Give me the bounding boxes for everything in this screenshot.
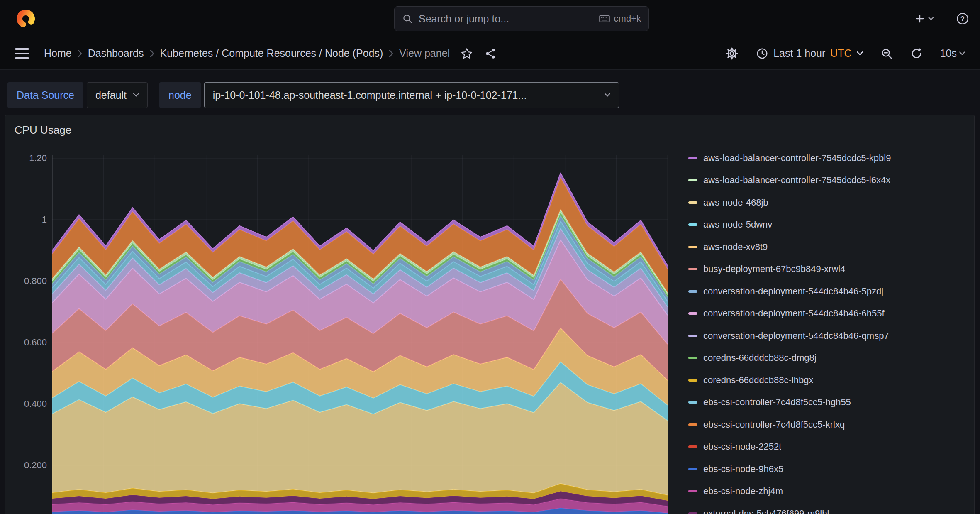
legend-item[interactable]: ebs-csi-node-zhj4m bbox=[688, 480, 971, 503]
cpu-usage-chart[interactable] bbox=[52, 155, 668, 514]
breadcrumb-item-dashboard-title[interactable]: Kubernetes / Compute Resources / Node (P… bbox=[160, 47, 383, 59]
legend-series-swatch bbox=[688, 490, 697, 492]
legend-item[interactable]: aws-node-468jb bbox=[688, 191, 971, 214]
favorite-button[interactable] bbox=[461, 47, 473, 60]
legend-series-label: ebs-csi-controller-7c4d8f5cc5-krlxq bbox=[703, 419, 845, 430]
legend-item[interactable]: conversation-deployment-544dc84b46-qmsp7 bbox=[688, 325, 971, 347]
chevron-right-icon bbox=[78, 50, 82, 57]
chart-legend: aws-load-balancer-controller-7545dcdc5-k… bbox=[688, 147, 971, 514]
share-button[interactable] bbox=[485, 48, 496, 59]
search-icon bbox=[402, 13, 413, 24]
datasource-value: default bbox=[95, 89, 127, 101]
legend-item[interactable]: conversation-deployment-544dc84b46-6h55f bbox=[688, 303, 971, 325]
legend-series-swatch bbox=[688, 312, 697, 315]
legend-series-label: external-dns-5cb476f699-m9lbl bbox=[703, 508, 829, 514]
breadcrumb-item-dashboards[interactable]: Dashboards bbox=[88, 47, 144, 59]
timezone-label: UTC bbox=[830, 47, 851, 59]
y-axis-tick: 1.20 bbox=[5, 153, 47, 164]
refresh-interval-label: 10s bbox=[940, 47, 957, 59]
legend-series-label: aws-node-xv8t9 bbox=[703, 242, 768, 252]
legend-series-swatch bbox=[688, 445, 697, 448]
search-shortcut: cmd+k bbox=[599, 13, 641, 24]
clock-icon bbox=[756, 47, 768, 60]
y-axis-tick: 0.600 bbox=[5, 337, 47, 348]
refresh-interval-dropdown[interactable]: 10s bbox=[940, 47, 965, 59]
refresh-icon bbox=[910, 47, 923, 60]
node-label: node bbox=[159, 82, 201, 108]
variable-controls: Data Source default node ip-10-0-101-48.… bbox=[7, 82, 619, 108]
search-placeholder: Search or jump to... bbox=[419, 13, 509, 25]
legend-series-label: ebs-csi-node-9h6x5 bbox=[703, 464, 783, 475]
legend-series-label: aws-load-balancer-controller-7545dcdc5-k… bbox=[703, 153, 891, 164]
add-button[interactable] bbox=[914, 13, 934, 24]
legend-series-swatch bbox=[688, 157, 697, 159]
legend-series-swatch bbox=[688, 468, 697, 470]
y-axis-tick: 0.800 bbox=[5, 276, 47, 286]
breadcrumb-item-view-panel: View panel bbox=[399, 47, 450, 59]
legend-item[interactable]: aws-node-xv8t9 bbox=[688, 236, 971, 258]
help-button[interactable]: ? bbox=[956, 12, 969, 25]
star-icon bbox=[461, 47, 473, 60]
legend-series-swatch bbox=[688, 179, 697, 181]
grafana-logo[interactable] bbox=[16, 9, 36, 29]
legend-series-label: ebs-csi-node-2252t bbox=[703, 441, 781, 452]
breadcrumb: Home Dashboards Kubernetes / Compute Res… bbox=[44, 47, 450, 59]
chevron-down-icon bbox=[605, 93, 610, 97]
zoom-out-button[interactable] bbox=[880, 47, 893, 60]
divider bbox=[945, 12, 945, 26]
time-range-label: Last 1 hour bbox=[773, 47, 825, 59]
panel-title[interactable]: CPU Usage bbox=[15, 124, 71, 137]
legend-series-swatch bbox=[688, 379, 697, 382]
legend-series-swatch bbox=[688, 290, 697, 293]
chevron-down-icon bbox=[857, 51, 863, 56]
top-header: Search or jump to... cmd+k bbox=[0, 0, 980, 37]
legend-series-label: ebs-csi-controller-7c4d8f5cc5-hgh55 bbox=[703, 397, 851, 408]
datasource-label: Data Source bbox=[7, 82, 83, 108]
y-axis-tick: 0.200 bbox=[5, 460, 47, 471]
legend-item[interactable]: aws-load-balancer-controller-7545dcdc5-l… bbox=[688, 169, 971, 192]
legend-series-swatch bbox=[688, 201, 697, 204]
node-value: ip-10-0-101-48.ap-southeast-1.compute.in… bbox=[213, 89, 527, 101]
y-axis-tick: 0.400 bbox=[5, 399, 47, 409]
legend-item[interactable]: busy-deployment-67bc9b849-xrwl4 bbox=[688, 258, 971, 281]
legend-item[interactable]: external-dns-5cb476f699-m9lbl bbox=[688, 502, 971, 514]
legend-item[interactable]: coredns-66dddcb88c-lhbgx bbox=[688, 369, 971, 392]
datasource-variable: Data Source default bbox=[7, 82, 148, 108]
legend-series-label: ebs-csi-node-zhj4m bbox=[703, 486, 783, 497]
legend-series-label: aws-load-balancer-controller-7545dcdc5-l… bbox=[703, 175, 890, 186]
legend-item[interactable]: conversation-deployment-544dc84b46-5pzdj bbox=[688, 280, 971, 303]
legend-item[interactable]: ebs-csi-controller-7c4d8f5cc5-hgh55 bbox=[688, 392, 971, 414]
menu-button[interactable] bbox=[15, 48, 29, 59]
breadcrumb-item-home[interactable]: Home bbox=[44, 47, 72, 59]
legend-series-swatch bbox=[688, 512, 697, 514]
time-range-picker[interactable]: Last 1 hour UTC bbox=[756, 47, 863, 60]
share-icon bbox=[485, 48, 496, 59]
panel-settings-button[interactable] bbox=[725, 47, 739, 60]
legend-item[interactable]: aws-node-5dwnv bbox=[688, 214, 971, 236]
legend-series-label: busy-deployment-67bc9b849-xrwl4 bbox=[703, 264, 845, 274]
cpu-usage-panel: CPU Usage 1.2010.8000.6000.4000.200 aws-… bbox=[5, 115, 975, 514]
legend-series-label: coredns-66dddcb88c-lhbgx bbox=[703, 375, 813, 386]
node-value-dropdown[interactable]: ip-10-0-101-48.ap-southeast-1.compute.in… bbox=[204, 82, 619, 108]
legend-item[interactable]: aws-load-balancer-controller-7545dcdc5-k… bbox=[688, 147, 971, 169]
legend-series-swatch bbox=[688, 335, 697, 337]
y-axis-tick: 1 bbox=[5, 214, 47, 225]
legend-series-swatch bbox=[688, 401, 697, 404]
search-input[interactable]: Search or jump to... cmd+k bbox=[394, 6, 649, 31]
legend-item[interactable]: ebs-csi-node-2252t bbox=[688, 436, 971, 458]
zoom-out-icon bbox=[880, 47, 893, 60]
refresh-button[interactable] bbox=[910, 47, 923, 60]
svg-text:?: ? bbox=[960, 15, 965, 22]
legend-item[interactable]: ebs-csi-controller-7c4d8f5cc5-krlxq bbox=[688, 414, 971, 436]
help-icon: ? bbox=[956, 12, 969, 25]
legend-item[interactable]: ebs-csi-node-9h6x5 bbox=[688, 458, 971, 480]
datasource-value-dropdown[interactable]: default bbox=[87, 82, 148, 108]
keyboard-icon bbox=[599, 15, 610, 22]
legend-series-swatch bbox=[688, 246, 697, 248]
legend-series-label: conversation-deployment-544dc84b46-5pzdj bbox=[703, 286, 883, 297]
legend-item[interactable]: coredns-66dddcb88c-dmg8j bbox=[688, 347, 971, 370]
nav-bar: Home Dashboards Kubernetes / Compute Res… bbox=[0, 37, 980, 70]
legend-series-label: coredns-66dddcb88c-dmg8j bbox=[703, 352, 817, 363]
legend-series-label: conversation-deployment-544dc84b46-6h55f bbox=[703, 308, 885, 319]
chevron-right-icon bbox=[389, 50, 393, 57]
